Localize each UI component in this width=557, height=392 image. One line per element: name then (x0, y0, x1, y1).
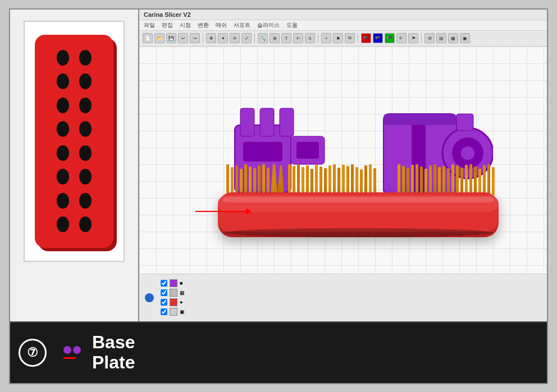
base-plate-svg (218, 192, 499, 237)
hole (79, 73, 92, 89)
menu-file[interactable]: 파일 (144, 21, 155, 29)
svg-rect-50 (416, 164, 418, 195)
toolbar-separator (318, 34, 318, 43)
hole-row (57, 98, 92, 113)
main-content: Carina Slicer V2 파일 편집 시점 변환 매쉬 서포트 슬라이스… (10, 10, 547, 321)
toolbar-btn-delete[interactable]: ✖ (333, 33, 343, 43)
toolbar-btn-open[interactable]: 📂 (154, 33, 165, 43)
swatch-3 (170, 298, 177, 306)
swatch-2 (170, 289, 177, 297)
svg-rect-13 (456, 114, 473, 131)
svg-rect-62 (469, 164, 472, 195)
svg-rect-40 (351, 164, 354, 195)
hole (79, 50, 92, 66)
svg-rect-15 (231, 167, 234, 195)
svg-rect-52 (424, 169, 427, 195)
hole (57, 193, 69, 209)
toolbar-btn-move[interactable]: ✦ (218, 33, 228, 43)
svg-rect-47 (402, 166, 405, 195)
hole (57, 145, 69, 161)
svg-rect-38 (342, 165, 345, 195)
toolbar-btn-config2[interactable]: ▦ (448, 33, 458, 43)
swatch-row-4: ▣ (161, 308, 185, 316)
swatch-label-1: ■ (180, 280, 182, 286)
toolbar-btn-flag4[interactable]: 🏳 (396, 33, 407, 43)
arrow-head (246, 208, 252, 215)
base-plate-3d-view (218, 192, 499, 237)
svg-rect-16 (235, 165, 238, 195)
toolbar-btn-rotate[interactable]: ⟳ (230, 33, 240, 43)
svg-rect-33 (319, 167, 322, 195)
menu-transform[interactable]: 변환 (198, 21, 209, 29)
thumbnail-area (24, 21, 125, 262)
svg-rect-30 (306, 165, 309, 195)
toolbar-btn-front[interactable]: F (293, 33, 303, 43)
svg-rect-54 (433, 164, 436, 195)
swatch-row-2: ▦ (161, 289, 185, 297)
toolbar-btn-config3[interactable]: ▣ (460, 33, 470, 43)
menu-view[interactable]: 시점 (180, 21, 191, 29)
svg-rect-41 (355, 167, 358, 195)
svg-rect-67 (492, 167, 495, 195)
menu-support[interactable]: 서포트 (234, 21, 250, 29)
svg-rect-60 (460, 168, 463, 195)
toolbar-btn-settings[interactable]: ⚙ (424, 33, 435, 43)
toolbar-separator (358, 34, 358, 43)
toolbar-btn-zoom[interactable]: 🔍 (258, 33, 268, 43)
svg-rect-44 (369, 164, 372, 195)
toolbar-btn-flag1[interactable]: 🏴 (361, 33, 371, 43)
hole-row (57, 145, 92, 161)
dot-icon (63, 346, 81, 354)
svg-rect-49 (411, 165, 414, 195)
svg-rect-20 (253, 168, 256, 195)
base-plate-title-line2: Plate (92, 353, 135, 372)
toolbar-btn-flag3[interactable]: 🏴 (385, 33, 395, 43)
toolbar-btn-new[interactable]: 📄 (143, 33, 153, 43)
swatch-4 (170, 308, 177, 316)
toolbar-separator (203, 34, 203, 43)
hole (57, 50, 69, 66)
toolbar-btn-side[interactable]: S (305, 33, 315, 43)
svg-rect-27 (293, 166, 295, 195)
toolbar-btn-scale[interactable]: ⤢ (241, 33, 252, 43)
slicer-toolbar: 📄 📂 💾 ↩ ↪ ✥ ✦ ⟳ ⤢ 🔍 ⊞ T F S + ✖ ⧉ (139, 31, 547, 47)
toolbar-btn-flag5[interactable]: ⚑ (408, 33, 418, 43)
swatch-checkbox-3[interactable] (161, 299, 167, 306)
menu-help[interactable]: 도움 (286, 21, 298, 29)
slicer-canvas[interactable] (139, 47, 547, 274)
toolbar-btn-copy[interactable]: ⧉ (345, 33, 355, 43)
slicer-menubar[interactable]: 파일 편집 시점 변환 매쉬 서포트 슬라이스 도움 (139, 20, 547, 31)
svg-rect-6 (296, 142, 319, 159)
toolbar-btn-config1[interactable]: ▤ (436, 33, 446, 43)
toolbar-btn-fit[interactable]: ⊞ (270, 33, 280, 43)
toolbar-btn-add[interactable]: + (321, 33, 331, 43)
menu-mesh[interactable]: 매쉬 (216, 21, 227, 29)
red-line-icon (63, 357, 76, 359)
toolbar-btn-select[interactable]: ✥ (206, 33, 216, 43)
toolbar-btn-redo[interactable]: ↪ (190, 33, 200, 43)
svg-rect-42 (360, 169, 363, 195)
swatch-checkbox-1[interactable] (161, 280, 167, 287)
swatch-label-2: ▦ (180, 290, 185, 296)
toolbar-btn-flag2[interactable]: 🏴 (373, 33, 383, 43)
menu-slice[interactable]: 슬라이스 (257, 21, 280, 29)
svg-rect-26 (288, 164, 291, 195)
arrow-line (195, 211, 246, 212)
svg-rect-46 (398, 164, 400, 195)
svg-rect-53 (429, 165, 432, 195)
color-swatch-panel: ■ ▦ ● ▣ (161, 279, 185, 316)
toolbar-btn-undo[interactable]: ↩ (178, 33, 188, 43)
svg-rect-18 (244, 164, 247, 195)
hole (57, 73, 69, 89)
toolbar-separator (254, 34, 255, 43)
swatch-checkbox-2[interactable] (161, 289, 167, 296)
toolbar-btn-top[interactable]: T (281, 33, 291, 43)
svg-point-71 (223, 228, 493, 237)
swatch-checkbox-4[interactable] (161, 308, 167, 315)
blue-indicator-dot (145, 293, 154, 302)
svg-marker-25 (277, 164, 284, 195)
toolbar-btn-save[interactable]: 💾 (166, 33, 176, 43)
svg-rect-51 (420, 167, 423, 195)
hole-row (57, 169, 92, 185)
menu-edit[interactable]: 편집 (162, 21, 173, 29)
